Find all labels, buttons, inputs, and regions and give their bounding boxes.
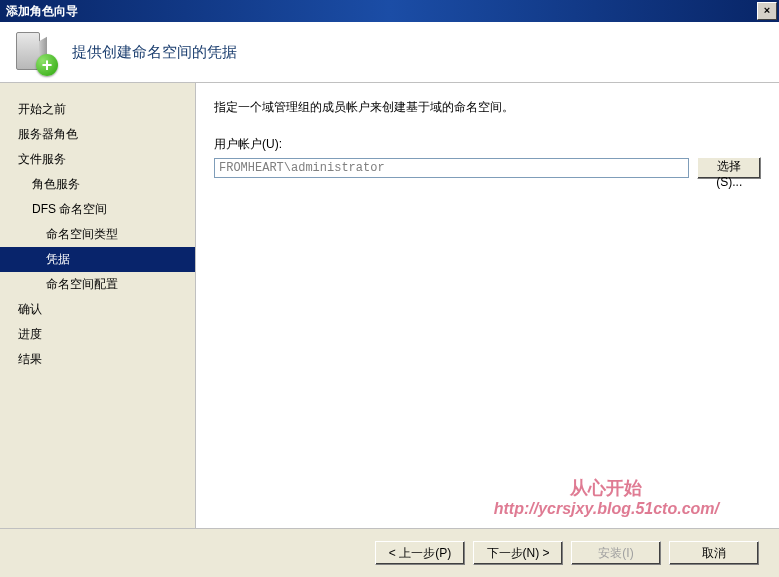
wizard-content: 指定一个域管理组的成员帐户来创建基于域的命名空间。 用户帐户(U): 选择(S)… [195,83,779,528]
wizard-body: 开始之前 服务器角色 文件服务 角色服务 DFS 命名空间 命名空间类型 凭据 … [0,83,779,528]
watermark-line1: 从心开始 [494,476,719,500]
sidebar-item-confirm[interactable]: 确认 [0,297,195,322]
wizard-sidebar: 开始之前 服务器角色 文件服务 角色服务 DFS 命名空间 命名空间类型 凭据 … [0,83,195,528]
window-title: 添加角色向导 [6,3,757,20]
sidebar-item-before-begin[interactable]: 开始之前 [0,97,195,122]
account-input[interactable] [214,158,689,178]
sidebar-item-namespace-config[interactable]: 命名空间配置 [0,272,195,297]
wizard-header: + 提供创建命名空间的凭据 [0,22,779,83]
install-button: 安装(I) [571,541,661,565]
wizard-footer: < 上一步(P) 下一步(N) > 安装(I) 取消 [0,528,779,577]
titlebar: 添加角色向导 × [0,0,779,22]
select-account-button[interactable]: 选择(S)... [697,157,761,179]
sidebar-item-server-roles[interactable]: 服务器角色 [0,122,195,147]
watermark-line2: http://ycrsjxy.blog.51cto.com/ [494,500,719,518]
watermark: 从心开始 http://ycrsjxy.blog.51cto.com/ [494,476,719,518]
account-label: 用户帐户(U): [214,136,761,153]
next-button[interactable]: 下一步(N) > [473,541,563,565]
sidebar-item-role-services[interactable]: 角色服务 [0,172,195,197]
wizard-header-icon: + [10,28,58,76]
wizard-window: 添加角色向导 × + 提供创建命名空间的凭据 开始之前 服务器角色 文件服务 角… [0,0,779,577]
plus-icon: + [36,54,58,76]
prev-button[interactable]: < 上一步(P) [375,541,465,565]
sidebar-item-results[interactable]: 结果 [0,347,195,372]
cancel-button[interactable]: 取消 [669,541,759,565]
close-button[interactable]: × [757,2,777,20]
sidebar-item-progress[interactable]: 进度 [0,322,195,347]
content-description: 指定一个域管理组的成员帐户来创建基于域的命名空间。 [214,99,761,116]
sidebar-item-credentials[interactable]: 凭据 [0,247,195,272]
sidebar-item-namespace-type[interactable]: 命名空间类型 [0,222,195,247]
sidebar-item-dfs-namespace[interactable]: DFS 命名空间 [0,197,195,222]
sidebar-item-file-services[interactable]: 文件服务 [0,147,195,172]
page-title: 提供创建命名空间的凭据 [72,43,237,62]
account-field-row: 选择(S)... [214,157,761,179]
